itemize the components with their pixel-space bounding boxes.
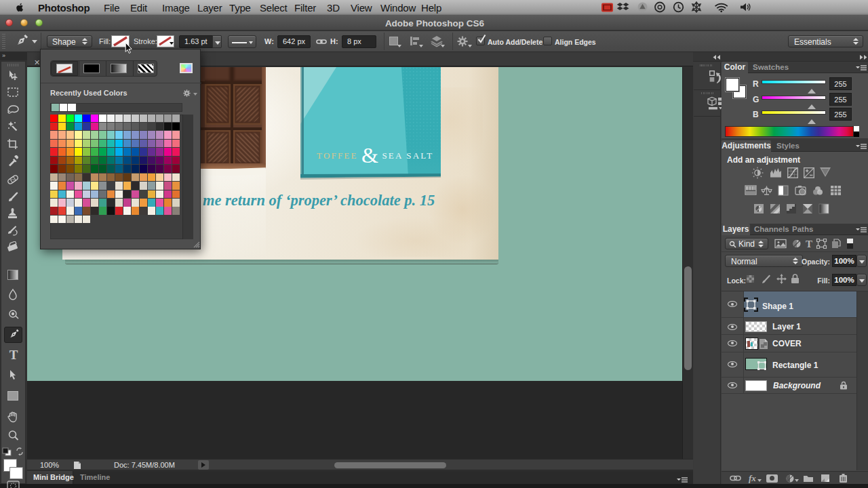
svg-text:T: T xyxy=(806,239,812,249)
